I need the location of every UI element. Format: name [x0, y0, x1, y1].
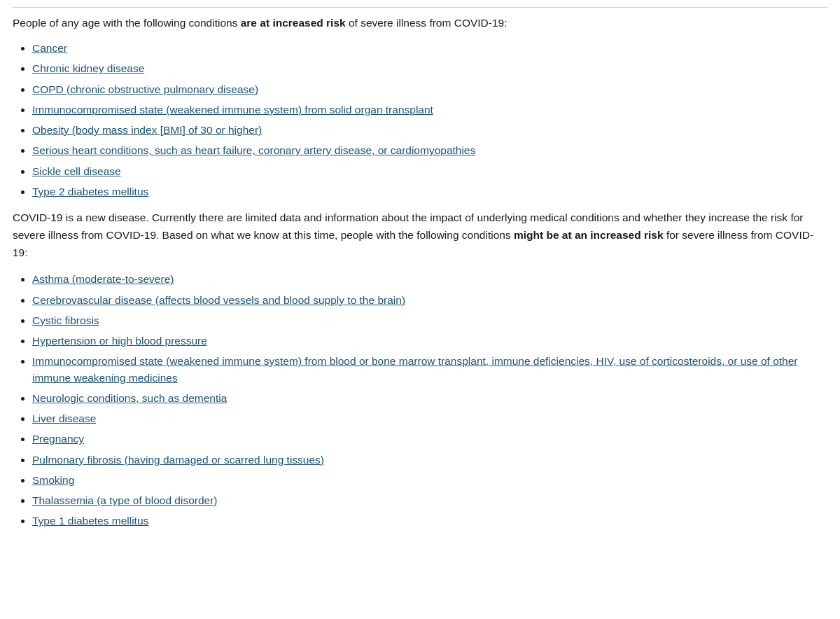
list-item: Cerebrovascular disease (affects blood v…	[32, 292, 827, 308]
might-risk-link-5[interactable]: Neurologic conditions, such as dementia	[32, 392, 227, 404]
intro-bold: are at increased risk	[241, 17, 346, 29]
list-item: Type 2 diabetes mellitus	[32, 183, 827, 200]
might-risk-link-9[interactable]: Smoking	[32, 474, 74, 486]
list-item: Cancer	[32, 40, 827, 56]
increased-risk-link-6[interactable]: Sickle cell disease	[32, 165, 121, 177]
list-item: Chronic kidney disease	[32, 60, 827, 76]
intro-paragraph: People of any age with the following con…	[13, 15, 827, 32]
might-risk-link-4[interactable]: Immunocompromised state (weakened immune…	[32, 355, 798, 383]
increased-risk-link-5[interactable]: Serious heart conditions, such as heart …	[32, 144, 475, 156]
list-item: Pulmonary fibrosis (having damaged or sc…	[32, 452, 827, 468]
list-item: Obesity (body mass index [BMI] of 30 or …	[32, 122, 827, 138]
might-risk-link-0[interactable]: Asthma (moderate-to-severe)	[32, 273, 174, 285]
might-risk-link-11[interactable]: Type 1 diabetes mellitus	[32, 515, 148, 527]
list-item: Immunocompromised state (weakened immune…	[32, 102, 827, 118]
list-item: Neurologic conditions, such as dementia	[32, 390, 827, 406]
might-risk-link-6[interactable]: Liver disease	[32, 412, 96, 424]
increased-risk-link-2[interactable]: COPD (chronic obstructive pulmonary dise…	[32, 83, 258, 95]
middle-bold: might be at an increased risk	[514, 229, 664, 241]
might-risk-link-1[interactable]: Cerebrovascular disease (affects blood v…	[32, 294, 405, 306]
list-item: Immunocompromised state (weakened immune…	[32, 353, 827, 386]
list-item: Type 1 diabetes mellitus	[32, 513, 827, 529]
list-item: Liver disease	[32, 410, 827, 426]
increased-risk-link-7[interactable]: Type 2 diabetes mellitus	[32, 186, 148, 197]
increased-risk-link-3[interactable]: Immunocompromised state (weakened immune…	[32, 104, 433, 116]
might-risk-link-3[interactable]: Hypertension or high blood pressure	[32, 335, 207, 347]
increased-risk-list: CancerChronic kidney diseaseCOPD (chroni…	[32, 40, 827, 200]
list-item: Pregnancy	[32, 431, 827, 447]
increased-risk-link-1[interactable]: Chronic kidney disease	[32, 62, 144, 74]
list-item: Thalassemia (a type of blood disorder)	[32, 492, 827, 508]
might-risk-link-2[interactable]: Cystic fibrosis	[32, 314, 99, 326]
list-item: Smoking	[32, 472, 827, 488]
intro-text-before: People of any age with the following con…	[13, 17, 241, 29]
list-item: Serious heart conditions, such as heart …	[32, 142, 827, 158]
might-risk-link-7[interactable]: Pregnancy	[32, 433, 84, 445]
increased-risk-link-4[interactable]: Obesity (body mass index [BMI] of 30 or …	[32, 124, 262, 136]
list-item: Cystic fibrosis	[32, 312, 827, 328]
list-item: Asthma (moderate-to-severe)	[32, 271, 827, 287]
might-risk-list: Asthma (moderate-to-severe)Cerebrovascul…	[32, 271, 827, 529]
list-item: Hypertension or high blood pressure	[32, 333, 827, 349]
intro-text-after: of severe illness from COVID-19:	[346, 17, 507, 29]
list-item: COPD (chronic obstructive pulmonary dise…	[32, 81, 827, 97]
might-risk-link-10[interactable]: Thalassemia (a type of blood disorder)	[32, 494, 218, 506]
might-risk-link-8[interactable]: Pulmonary fibrosis (having damaged or sc…	[32, 454, 324, 466]
list-item: Sickle cell disease	[32, 163, 827, 179]
middle-paragraph: COVID-19 is a new disease. Currently the…	[13, 209, 827, 261]
increased-risk-link-0[interactable]: Cancer	[32, 42, 67, 54]
